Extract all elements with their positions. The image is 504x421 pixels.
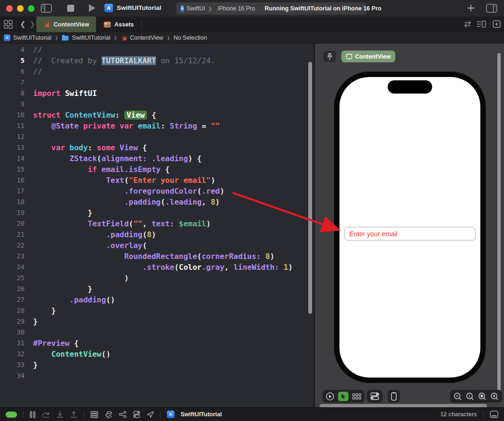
step-over-button[interactable]	[42, 411, 50, 418]
code-line-10[interactable]: 10struct ContentView: View {	[0, 110, 314, 120]
code-line-14[interactable]: 14 ZStack(alignment: .leading) {	[0, 153, 314, 164]
line-number[interactable]: 4	[0, 44, 25, 55]
environment-overrides-button[interactable]	[133, 411, 140, 418]
line-number[interactable]: 13	[0, 142, 25, 153]
simulate-location-button[interactable]	[147, 411, 154, 418]
line-number[interactable]: 22	[0, 240, 25, 251]
line-number[interactable]: 7	[0, 77, 25, 88]
code-line-6[interactable]: 6//	[0, 66, 314, 77]
close-window-button[interactable]	[6, 5, 13, 12]
network-button[interactable]	[119, 411, 127, 418]
editor-scrollbar[interactable]	[308, 62, 312, 314]
code-line-27[interactable]: 27 .padding()	[0, 294, 314, 305]
code-text[interactable]: import SwiftUI	[25, 88, 97, 99]
source-editor[interactable]: 4//5// Created by TUTORIALKART on 15/12/…	[0, 43, 314, 407]
step-out-button[interactable]	[70, 411, 78, 418]
inspector-toggle-icon[interactable]	[486, 4, 497, 13]
line-number[interactable]: 25	[0, 273, 25, 284]
line-number[interactable]: 6	[0, 66, 25, 77]
code-line-30[interactable]: 30	[0, 327, 314, 338]
code-line-33[interactable]: 33}	[0, 360, 314, 370]
zoom-window-button[interactable]	[28, 5, 35, 12]
line-number[interactable]: 5	[0, 55, 25, 66]
code-line-34[interactable]: 34	[0, 370, 314, 381]
code-text[interactable]: if email.isEmpty {	[25, 164, 170, 175]
code-line-25[interactable]: 25 )	[0, 273, 314, 284]
breakpoints-toggle[interactable]	[6, 412, 17, 418]
pause-button[interactable]	[30, 411, 35, 418]
code-line-7[interactable]: 7	[0, 77, 314, 88]
code-line-9[interactable]: 9	[0, 99, 314, 110]
code-line-16[interactable]: 16 Text("Enter your email")	[0, 175, 314, 186]
add-editor-icon[interactable]	[493, 20, 501, 28]
line-number[interactable]: 34	[0, 370, 25, 381]
code-line-26[interactable]: 26 }	[0, 284, 314, 294]
variants-button[interactable]	[352, 393, 361, 400]
code-text[interactable]	[25, 77, 33, 88]
email-textfield[interactable]: Enter your email	[344, 227, 476, 241]
line-number[interactable]: 16	[0, 175, 25, 186]
code-text[interactable]: Text("Enter your email")	[25, 175, 215, 186]
back-chevron-icon[interactable]: ❮	[20, 20, 26, 28]
line-number[interactable]: 19	[0, 207, 25, 218]
code-text[interactable]: }	[25, 360, 38, 370]
code-line-18[interactable]: 18 .padding(.leading, 8)	[0, 197, 314, 207]
live-preview-button[interactable]	[326, 392, 334, 401]
code-line-19[interactable]: 19 }	[0, 207, 314, 218]
code-text[interactable]: }	[25, 284, 92, 294]
breadcrumb-project[interactable]: SwiftUITutorial	[13, 34, 52, 41]
code-text[interactable]: .padding(.leading, 8)	[25, 197, 220, 207]
line-number[interactable]: 12	[0, 131, 25, 142]
code-line-24[interactable]: 24 .stroke(Color.gray, lineWidth: 1)	[0, 262, 314, 273]
line-number[interactable]: 26	[0, 284, 25, 294]
code-text[interactable]: // Created by TUTORIALKART on 15/12/24.	[25, 55, 215, 66]
code-text[interactable]	[25, 327, 33, 338]
memory-graph-button[interactable]	[104, 411, 113, 418]
scheme-selector[interactable]: A SwiftUI ❯ iPhone 16 Pro Running SwiftU…	[176, 2, 367, 15]
code-text[interactable]: .stroke(Color.gray, lineWidth: 1)	[25, 262, 293, 273]
code-line-22[interactable]: 22 .overlay(	[0, 240, 314, 251]
code-line-5[interactable]: 5// Created by TUTORIALKART on 15/12/24.	[0, 55, 314, 66]
code-text[interactable]: @State private var email: String = ""	[25, 120, 220, 131]
code-line-17[interactable]: 17 .foregroundColor(.red)	[0, 186, 314, 197]
breadcrumb-file[interactable]: ContentView	[130, 34, 164, 41]
stop-button[interactable]	[67, 5, 74, 12]
line-number[interactable]: 18	[0, 197, 25, 207]
zoom-100-button[interactable]: 1	[466, 392, 474, 401]
pin-preview-button[interactable]	[322, 50, 337, 63]
zoom-fit-button[interactable]	[478, 392, 487, 401]
code-line-28[interactable]: 28 }	[0, 305, 314, 316]
code-line-4[interactable]: 4//	[0, 44, 314, 55]
selectable-mode-button[interactable]	[338, 392, 348, 401]
swap-icon[interactable]	[463, 20, 472, 28]
line-number[interactable]: 31	[0, 338, 25, 349]
code-line-21[interactable]: 21 .padding(8)	[0, 229, 314, 240]
code-text[interactable]	[25, 370, 33, 381]
code-text[interactable]	[25, 131, 33, 142]
preview-target-pill[interactable]: ContentView	[341, 51, 395, 62]
line-number[interactable]: 14	[0, 153, 25, 164]
code-line-8[interactable]: 8import SwiftUI	[0, 88, 314, 99]
code-text[interactable]: }	[25, 316, 38, 327]
line-number[interactable]: 29	[0, 316, 25, 327]
code-text[interactable]: }	[25, 305, 56, 316]
code-text[interactable]: .foregroundColor(.red)	[25, 186, 225, 197]
step-into-button[interactable]	[56, 411, 64, 418]
line-number[interactable]: 27	[0, 294, 25, 305]
code-text[interactable]: //	[25, 66, 42, 77]
code-line-13[interactable]: 13 var body: some View {	[0, 142, 314, 153]
line-number[interactable]: 11	[0, 120, 25, 131]
code-line-15[interactable]: 15 if email.isEmpty {	[0, 164, 314, 175]
code-text[interactable]: ZStack(alignment: .leading) {	[25, 153, 201, 164]
preview-device-button[interactable]	[388, 390, 400, 403]
zoom-out-button[interactable]	[453, 392, 462, 401]
code-line-32[interactable]: 32 ContentView()	[0, 349, 314, 360]
running-app-name[interactable]: SwiftUITutorial	[181, 411, 222, 418]
code-line-23[interactable]: 23 RoundedRectangle(cornerRadius: 8)	[0, 251, 314, 262]
forward-chevron-icon[interactable]: ❯	[29, 20, 35, 28]
code-text[interactable]: }	[25, 207, 92, 218]
code-text[interactable]: RoundedRectangle(cornerRadius: 8)	[25, 251, 275, 262]
code-line-12[interactable]: 12	[0, 131, 314, 142]
breadcrumb-selection[interactable]: No Selection	[174, 34, 207, 41]
console-toggle-button[interactable]	[490, 411, 498, 418]
